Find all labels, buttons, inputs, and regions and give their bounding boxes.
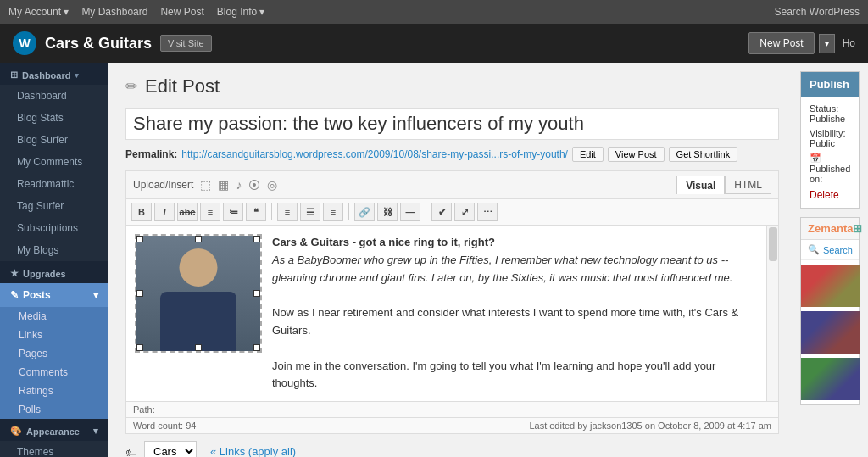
delete-link[interactable]: Delete bbox=[810, 189, 850, 201]
align-center-button[interactable]: ☰ bbox=[300, 203, 320, 221]
resize-handle-mr[interactable] bbox=[253, 290, 260, 297]
appearance-arrow-icon: ▾ bbox=[93, 426, 98, 437]
visit-site-button[interactable]: Visit Site bbox=[160, 35, 212, 52]
sidebar-item-polls[interactable]: Polls bbox=[0, 400, 108, 419]
italic-button[interactable]: I bbox=[154, 203, 175, 221]
published-on-label: Published on: bbox=[810, 164, 850, 184]
wordpress-logo: W bbox=[13, 31, 36, 55]
search-icon: 🔍 bbox=[808, 244, 820, 255]
upload-insert-area: Upload/Insert ⬚ ▦ ♪ ⦿ ◎ bbox=[133, 178, 277, 192]
admin-bar-links: My Account ▾ My Dashboard New Post Blog … bbox=[8, 6, 264, 18]
edit-post-header: ✏ Edit Post bbox=[125, 75, 779, 98]
fullscreen-button[interactable]: ⤢ bbox=[454, 203, 475, 221]
new-post-link[interactable]: New Post bbox=[160, 6, 203, 18]
blog-info-link[interactable]: Blog Info ▾ bbox=[217, 6, 265, 18]
upload-media-icon[interactable]: ⦿ bbox=[248, 178, 260, 192]
upload-video-icon[interactable]: ▦ bbox=[218, 178, 229, 192]
header-right-controls: New Post ▾ Ho bbox=[748, 32, 855, 54]
editor-format-bar: B I abc ≡ ≔ ❝ ≡ ☰ ≡ 🔗 ⛓ — ✔ ⤢ ⋯ bbox=[126, 199, 778, 226]
link-button[interactable]: 🔗 bbox=[354, 203, 375, 221]
my-account-link[interactable]: My Account ▾ bbox=[8, 6, 69, 18]
upload-image-icon[interactable]: ⬚ bbox=[200, 178, 211, 192]
person-body bbox=[160, 292, 236, 351]
category-select[interactable]: Cars bbox=[144, 441, 197, 457]
align-left-button[interactable]: ≡ bbox=[277, 203, 298, 221]
resize-handle-bl[interactable] bbox=[136, 344, 143, 351]
search-wp-label: Search WordPress bbox=[775, 6, 860, 18]
upload-audio-icon[interactable]: ♪ bbox=[236, 178, 242, 192]
view-post-button[interactable]: View Post bbox=[608, 147, 665, 162]
sidebar-upgrades-header[interactable]: ★ Upgrades bbox=[0, 261, 108, 283]
sidebar-item-subscriptions[interactable]: Subscriptions bbox=[0, 217, 108, 239]
sidebar-item-themes[interactable]: Themes bbox=[0, 441, 108, 457]
upload-more-icon[interactable]: ◎ bbox=[267, 178, 277, 192]
html-tab[interactable]: HTML bbox=[725, 176, 771, 194]
insert-button[interactable]: — bbox=[400, 203, 420, 221]
sidebar-item-tag-surfer[interactable]: Tag Surfer bbox=[0, 195, 108, 217]
align-right-button[interactable]: ≡ bbox=[323, 203, 343, 221]
sidebar-item-dashboard[interactable]: Dashboard bbox=[0, 85, 108, 107]
resize-handle-ml[interactable] bbox=[136, 290, 143, 297]
post-title-input[interactable] bbox=[125, 108, 779, 140]
my-dashboard-link[interactable]: My Dashboard bbox=[81, 6, 147, 18]
permalink-label: Permalink: bbox=[125, 148, 177, 160]
sidebar-item-pages[interactable]: Pages bbox=[0, 344, 108, 363]
zemanta-image-3[interactable] bbox=[801, 358, 860, 400]
more-tools-button[interactable]: ⋯ bbox=[477, 203, 498, 221]
sidebar-item-media[interactable]: Media bbox=[0, 307, 108, 326]
spell-check-button[interactable]: ✔ bbox=[431, 203, 452, 221]
new-post-button[interactable]: New Post bbox=[748, 32, 814, 54]
resize-handle-tr[interactable] bbox=[253, 236, 260, 242]
sidebar-item-comments[interactable]: Comments bbox=[0, 363, 108, 382]
sidebar-item-blog-stats[interactable]: Blog Stats bbox=[0, 107, 108, 129]
upgrades-icon: ★ bbox=[10, 268, 19, 279]
ul-button[interactable]: ≡ bbox=[200, 203, 220, 221]
resize-handle-tm[interactable] bbox=[195, 236, 202, 242]
editor-footer: Word count: 94 Last edited by jackson130… bbox=[126, 417, 778, 433]
zemanta-header: Zemanta⊞ bbox=[801, 218, 859, 240]
visual-tab[interactable]: Visual bbox=[676, 176, 725, 194]
sidebar-dashboard-label: Dashboard bbox=[22, 70, 70, 81]
resize-handle-bm[interactable] bbox=[195, 344, 202, 351]
scrollbar-thumb[interactable] bbox=[769, 227, 777, 261]
category-icon: 🏷 bbox=[125, 445, 137, 457]
ol-button[interactable]: ≔ bbox=[223, 203, 243, 221]
get-shortlink-button[interactable]: Get Shortlink bbox=[669, 147, 738, 162]
resize-handle-tl[interactable] bbox=[136, 236, 143, 242]
edit-post-page-title: Edit Post bbox=[145, 75, 220, 98]
zemanta-image-2[interactable] bbox=[801, 311, 860, 354]
posts-arrow-icon: ▾ bbox=[93, 289, 98, 301]
sidebar-item-ratings[interactable]: Ratings bbox=[0, 382, 108, 400]
editor-image-wrapper[interactable] bbox=[135, 234, 262, 353]
sidebar-appearance-label: Appearance bbox=[26, 426, 80, 437]
editor-scrollbar[interactable] bbox=[766, 226, 778, 401]
path-label: Path: bbox=[133, 404, 155, 415]
sidebar-item-readomattic[interactable]: Readomattic bbox=[0, 173, 108, 195]
edit-permalink-button[interactable]: Edit bbox=[572, 147, 604, 162]
editor-content[interactable]: Cars & Guitars - got a nice ring to it, … bbox=[126, 226, 766, 401]
strikethrough-button[interactable]: abc bbox=[177, 203, 198, 221]
sidebar-item-my-blogs[interactable]: My Blogs bbox=[0, 239, 108, 261]
editor-path-bar: Path: bbox=[126, 401, 778, 417]
zemanta-image-1[interactable] bbox=[801, 265, 860, 307]
sidebar-item-links[interactable]: Links bbox=[0, 326, 108, 344]
zemanta-search-link[interactable]: Search bbox=[823, 245, 853, 255]
zemanta-search-area: 🔍 Search bbox=[801, 240, 859, 260]
sidebar-dashboard-header[interactable]: ⊞ Dashboard ▾ bbox=[0, 63, 108, 85]
visibility-label: Visibility: bbox=[810, 128, 846, 138]
blockquote-button[interactable]: ❝ bbox=[246, 203, 266, 221]
sidebar-item-blog-surfer[interactable]: Blog Surfer bbox=[0, 129, 108, 151]
sidebar-item-my-comments[interactable]: My Comments bbox=[0, 151, 108, 173]
person-head bbox=[180, 248, 218, 287]
sidebar-posts-header[interactable]: ✎ Posts ▾ bbox=[0, 283, 108, 307]
unlink-button[interactable]: ⛓ bbox=[377, 203, 398, 221]
status-value: Publishe bbox=[810, 114, 845, 124]
sidebar-appearance-header[interactable]: 🎨 Appearance ▾ bbox=[0, 419, 108, 441]
published-on-field: 📅 Published on: bbox=[810, 153, 850, 184]
links-apply-link[interactable]: « Links (apply all) bbox=[210, 445, 296, 457]
resize-handle-br[interactable] bbox=[253, 344, 260, 351]
bold-button[interactable]: B bbox=[131, 203, 152, 221]
visual-html-tabs: Visual HTML bbox=[676, 176, 771, 194]
new-post-dropdown[interactable]: ▾ bbox=[819, 34, 835, 53]
permalink-url[interactable]: http://carsandguitarsblog.wordpress.com/… bbox=[181, 148, 568, 160]
